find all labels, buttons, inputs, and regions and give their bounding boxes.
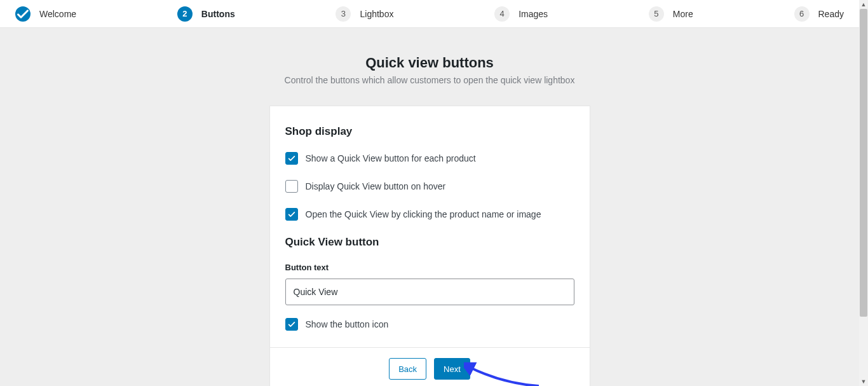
section-shop-display: Shop display bbox=[285, 125, 574, 138]
checkbox-icon[interactable] bbox=[285, 318, 298, 331]
step-number-icon: 2 bbox=[177, 6, 193, 22]
step-lightbox[interactable]: 3 Lightbox bbox=[336, 6, 393, 22]
vertical-scrollbar[interactable]: ▲ ▼ bbox=[859, 0, 868, 386]
checkbox-icon[interactable] bbox=[285, 180, 298, 193]
step-label: Welcome bbox=[39, 9, 76, 19]
scroll-down-icon[interactable]: ▼ bbox=[859, 377, 868, 386]
scroll-up-icon[interactable]: ▲ bbox=[859, 0, 868, 9]
page-heading: Quick view buttons Control the buttons w… bbox=[0, 28, 859, 85]
step-number-icon: 3 bbox=[336, 6, 351, 22]
checkbox-label: Open the Quick View by clicking the prod… bbox=[306, 209, 541, 219]
scrollbar-track[interactable] bbox=[859, 9, 868, 377]
step-number-icon: 6 bbox=[794, 6, 810, 22]
checkbox-label: Display Quick View button on hover bbox=[306, 181, 446, 191]
option-display-hover[interactable]: Display Quick View button on hover bbox=[285, 180, 574, 193]
card-footer: Back Next bbox=[270, 347, 590, 386]
step-number-icon: 4 bbox=[494, 6, 510, 22]
button-text-input[interactable] bbox=[285, 279, 574, 305]
scrollbar-thumb[interactable] bbox=[860, 9, 867, 317]
checkbox-label: Show the button icon bbox=[306, 319, 389, 329]
step-label: Buttons bbox=[201, 9, 235, 19]
step-more[interactable]: 5 More bbox=[649, 6, 693, 22]
back-button[interactable]: Back bbox=[389, 358, 426, 380]
next-button[interactable]: Next bbox=[434, 358, 470, 380]
step-welcome[interactable]: Welcome bbox=[15, 6, 76, 22]
checkbox-icon[interactable] bbox=[285, 208, 298, 221]
check-icon bbox=[15, 6, 31, 22]
settings-card: Shop display Show a Quick View button fo… bbox=[269, 106, 590, 386]
option-open-click[interactable]: Open the Quick View by clicking the prod… bbox=[285, 208, 574, 221]
step-label: More bbox=[673, 9, 693, 19]
page-subtitle: Control the buttons which allow customer… bbox=[0, 75, 859, 85]
step-label: Images bbox=[519, 9, 548, 19]
step-label: Ready bbox=[818, 9, 844, 19]
option-show-icon[interactable]: Show the button icon bbox=[285, 318, 574, 331]
step-number-icon: 5 bbox=[649, 6, 664, 22]
page-title: Quick view buttons bbox=[0, 55, 859, 71]
step-images[interactable]: 4 Images bbox=[494, 6, 548, 22]
section-quick-view-button: Quick View button bbox=[285, 236, 574, 249]
step-ready[interactable]: 6 Ready bbox=[794, 6, 844, 22]
option-show-button[interactable]: Show a Quick View button for each produc… bbox=[285, 152, 574, 165]
checkbox-icon[interactable] bbox=[285, 152, 298, 165]
step-buttons[interactable]: 2 Buttons bbox=[177, 6, 235, 22]
wizard-steps: Welcome 2 Buttons 3 Lightbox 4 Images 5 … bbox=[0, 0, 859, 28]
button-text-label: Button text bbox=[285, 263, 574, 272]
page-content: Quick view buttons Control the buttons w… bbox=[0, 28, 859, 386]
step-label: Lightbox bbox=[360, 9, 393, 19]
checkbox-label: Show a Quick View button for each produc… bbox=[306, 153, 476, 163]
